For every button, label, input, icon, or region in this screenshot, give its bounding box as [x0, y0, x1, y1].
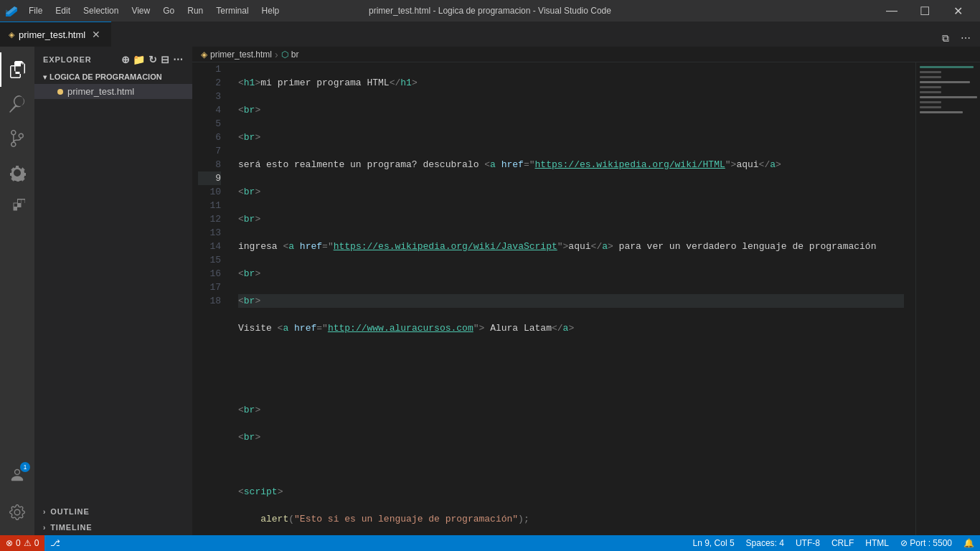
position-label: Ln 9, Col 5 [693, 538, 735, 548]
minimize-button[interactable]: ― [875, 0, 908, 22]
minimap [915, 62, 980, 535]
statusbar-right: Ln 9, Col 5 Spaces: 4 UTF-8 CRLF HTML ⊘ … [687, 535, 980, 551]
activity-search[interactable] [0, 87, 34, 121]
sidebar-new-file-icon[interactable]: ⊕ [121, 54, 131, 65]
status-errors[interactable]: ⊗ 0 ⚠ 0 [0, 535, 44, 551]
bell-icon: 🔔 [963, 538, 974, 548]
status-branch[interactable]: ⎇ [44, 535, 66, 551]
line-numbers: 1 2 3 4 5 6 7 8 9 10 11 12 13 14 15 16 1 [192, 62, 227, 535]
activitybar: 1 [0, 47, 34, 535]
activity-run-debug[interactable] [0, 156, 34, 190]
port-label: ⊘ Port : 5500 [900, 538, 952, 548]
breadcrumb-separator: › [275, 49, 278, 60]
window-title: primer_test.html - Logica de programacio… [369, 6, 611, 16]
sidebar: Explorer ⊕ 📁 ↻ ⊟ ⋯ ▾ LOGICA DE PROGRAMAC… [34, 47, 192, 535]
titlebar-controls: ― ☐ ✕ [875, 0, 974, 22]
branch-icon: ⎇ [50, 538, 60, 548]
menu-run[interactable]: Run [182, 3, 209, 19]
activity-settings[interactable] [0, 495, 34, 529]
sidebar-timeline[interactable]: › TIMELINE [34, 519, 192, 535]
settings-badge: 1 [20, 462, 30, 472]
status-line-ending[interactable]: CRLF [826, 535, 859, 551]
statusbar-left: ⊗ 0 ⚠ 0 ⎇ [0, 535, 66, 551]
menu-go[interactable]: Go [157, 3, 180, 19]
menu-edit[interactable]: Edit [50, 3, 76, 19]
encoding-label: UTF-8 [796, 538, 820, 548]
tab-close-button[interactable]: ✕ [90, 28, 103, 41]
error-count: 0 [16, 538, 21, 548]
code-content[interactable]: <h1>mi primer programa HTML</h1> <br> <b… [227, 62, 915, 535]
menu-terminal[interactable]: Terminal [210, 3, 254, 19]
tabbar: ◈ primer_test.html ✕ ⧉ ⋯ [0, 22, 980, 47]
svg-rect-9 [920, 111, 963, 113]
menu-file[interactable]: File [23, 3, 48, 19]
status-encoding[interactable]: UTF-8 [790, 535, 826, 551]
svg-rect-8 [920, 106, 941, 108]
close-button[interactable]: ✕ [941, 0, 974, 22]
svg-rect-3 [920, 81, 970, 83]
breadcrumb: ◈ primer_test.html › ⬡ br [192, 47, 980, 62]
statusbar: ⊗ 0 ⚠ 0 ⎇ Ln 9, Col 5 Spaces: 4 UTF-8 CR… [0, 535, 980, 551]
sidebar-explorer-label: Explorer [43, 55, 92, 64]
editor: ◈ primer_test.html › ⬡ br 1 2 3 4 5 6 7 … [192, 47, 980, 535]
sidebar-explorer-header: Explorer ⊕ 📁 ↻ ⊟ ⋯ [34, 47, 192, 70]
sidebar-new-folder-icon[interactable]: 📁 [133, 54, 146, 65]
titlebar-menu: File Edit Selection View Go Run Terminal… [23, 3, 285, 19]
svg-rect-1 [920, 71, 941, 73]
more-actions-button[interactable]: ⋯ [957, 29, 974, 47]
split-editor-button[interactable]: ⧉ [937, 29, 954, 47]
file-dot-icon [57, 89, 63, 95]
svg-rect-5 [920, 91, 941, 93]
tab-label: primer_test.html [19, 29, 85, 40]
breadcrumb-br-icon: ⬡ [281, 50, 288, 60]
chevron-right-icon: › [43, 508, 46, 516]
sidebar-file-primer-test[interactable]: primer_test.html [34, 84, 192, 99]
content-area: 1 Explorer ⊕ 📁 ↻ ⊟ ⋯ ▾ LO [0, 47, 980, 535]
activitybar-bottom: 1 [0, 458, 34, 535]
warning-icon: ⚠ [24, 538, 32, 548]
svg-rect-2 [920, 76, 941, 78]
chevron-down-icon: ▾ [43, 73, 47, 81]
breadcrumb-element[interactable]: br [291, 50, 299, 60]
svg-rect-6 [920, 96, 977, 98]
svg-rect-4 [920, 86, 941, 88]
status-port[interactable]: ⊘ Port : 5500 [895, 535, 958, 551]
sidebar-more-icon[interactable]: ⋯ [173, 54, 184, 65]
breadcrumb-html-icon: ◈ [201, 50, 207, 60]
chevron-right-icon-2: › [43, 524, 46, 532]
activity-account[interactable]: 1 [0, 458, 34, 492]
warning-count: 0 [34, 538, 39, 548]
error-icon: ⊗ [6, 538, 13, 548]
menu-help[interactable]: Help [256, 3, 286, 19]
sidebar-folder-label: LOGICA DE PROGRAMACION [50, 72, 162, 81]
maximize-button[interactable]: ☐ [908, 0, 941, 22]
sidebar-outline-label: OUTLINE [50, 507, 89, 516]
status-position[interactable]: Ln 9, Col 5 [687, 535, 740, 551]
menu-view[interactable]: View [126, 3, 156, 19]
tab-file-icon: ◈ [9, 30, 14, 39]
breadcrumb-file[interactable]: primer_test.html [210, 50, 272, 60]
activity-extensions[interactable] [0, 190, 34, 225]
sidebar-outline[interactable]: › OUTLINE [34, 504, 192, 519]
status-notifications[interactable]: 🔔 [958, 535, 980, 551]
sidebar-collapse-icon[interactable]: ⊟ [161, 54, 170, 65]
activity-explorer[interactable] [0, 52, 34, 87]
status-spaces[interactable]: Spaces: 4 [740, 535, 790, 551]
vscode-logo-icon [6, 5, 17, 17]
sidebar-filename: primer_test.html [67, 86, 134, 97]
menu-selection[interactable]: Selection [77, 3, 124, 19]
svg-rect-0 [920, 66, 974, 68]
activity-source-control[interactable] [0, 121, 34, 156]
sidebar-refresh-icon[interactable]: ↻ [149, 54, 158, 65]
tab-primer-test[interactable]: ◈ primer_test.html ✕ [0, 22, 111, 47]
sidebar-lower: › OUTLINE › TIMELINE [34, 504, 192, 535]
status-language[interactable]: HTML [859, 535, 895, 551]
titlebar-left: File Edit Selection View Go Run Terminal… [6, 3, 285, 19]
line-ending-label: CRLF [831, 538, 854, 548]
sidebar-folder[interactable]: ▾ LOGICA DE PROGRAMACION [34, 70, 192, 84]
spaces-label: Spaces: 4 [746, 538, 784, 548]
titlebar: File Edit Selection View Go Run Terminal… [0, 0, 980, 22]
sidebar-timeline-label: TIMELINE [50, 523, 92, 532]
code-editor[interactable]: 1 2 3 4 5 6 7 8 9 10 11 12 13 14 15 16 1 [192, 62, 980, 535]
app: ◈ primer_test.html ✕ ⧉ ⋯ [0, 22, 980, 551]
